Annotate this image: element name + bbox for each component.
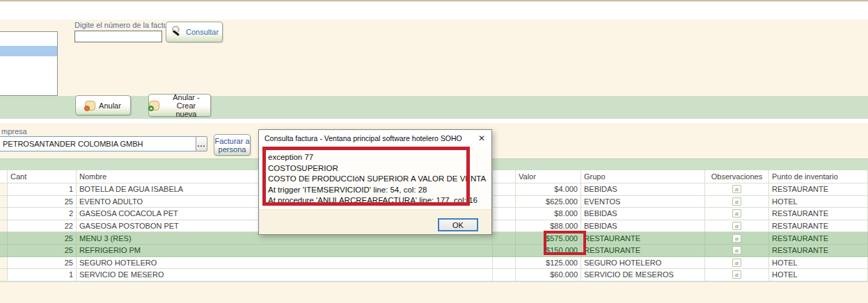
cell-cant: 25 [8, 245, 77, 257]
cell-nombre: REFRIGERIO PM [77, 245, 493, 257]
cell-valor: $625.000 [516, 196, 581, 208]
facturar-button-label: Facturar a persona [214, 137, 249, 154]
cell-sel [0, 269, 8, 281]
cell-grupo: RESTAURANTE [581, 232, 705, 245]
observaciones-cell[interactable]: a [705, 257, 769, 270]
cell-grupo: RESTAURANTE [581, 245, 705, 257]
note-icon[interactable]: a [732, 209, 741, 218]
cell-punto: HOTEL [769, 269, 868, 281]
cell-grupo: BEBIDAS [581, 208, 705, 220]
note-icon[interactable]: a [732, 234, 741, 243]
observaciones-cell[interactable]: a [705, 208, 769, 220]
cell-sel [0, 183, 8, 196]
empresa-input[interactable] [0, 136, 197, 152]
cell-mid [493, 245, 516, 257]
cell-grupo: EVENTOS [581, 196, 705, 208]
cell-nombre: SEGURO HOTELERO [77, 257, 493, 270]
cell-cant: 22 [8, 220, 77, 233]
cell-grupo: BEBIDAS [581, 183, 705, 196]
invoice-number-label: Digite el número de la factura [74, 21, 175, 29]
cell-cant: 1 [8, 183, 77, 196]
selected-list-row[interactable] [0, 46, 57, 56]
note-icon[interactable]: a [732, 185, 741, 193]
cell-nombre: SERVICIO DE MESERO [77, 269, 493, 281]
header-grupo[interactable]: Grupo [581, 170, 705, 183]
note-icon[interactable]: a [732, 197, 741, 206]
observaciones-cell[interactable]: a [705, 183, 769, 196]
observaciones-cell[interactable]: a [705, 196, 769, 208]
cell-cant: 2 [8, 208, 77, 220]
cell-sel [0, 220, 8, 233]
cell-punto: RESTAURANTE [769, 245, 868, 257]
cell-sel [0, 257, 8, 270]
cell-cant: 25 [8, 196, 77, 208]
cell-sel [0, 208, 8, 220]
cell-mid [493, 269, 516, 281]
cell-punto: HOTEL [769, 257, 868, 270]
cell-grupo: SERVICIO DE MESEROS [581, 269, 705, 281]
header-cant[interactable]: Cant [8, 170, 77, 183]
invoice-list[interactable] [0, 31, 58, 96]
cell-valor: $60.000 [516, 269, 581, 281]
cell-valor: $125.000 [516, 257, 581, 270]
dialog-title: Consulta factura - Ventana principal sof… [259, 134, 472, 142]
cell-sel [0, 245, 8, 257]
cell-mid [493, 220, 516, 233]
cell-mid [493, 257, 516, 270]
table-row[interactable]: 25SEGURO HOTELERO$125.000SEGURO HOTELERO… [0, 257, 868, 270]
cell-mid [493, 232, 516, 245]
annotation-box-valor-cells [544, 231, 586, 255]
close-icon[interactable]: ✕ [472, 130, 491, 147]
invoice-number-input[interactable] [74, 31, 162, 42]
cell-punto: RESTAURANTE [769, 208, 868, 220]
header-spacer [493, 170, 516, 183]
cell-mid [493, 183, 516, 196]
anular-icon [85, 101, 95, 110]
note-icon[interactable]: a [732, 270, 741, 279]
note-icon[interactable]: a [732, 259, 741, 267]
observaciones-cell[interactable]: a [705, 269, 769, 281]
header-selector [0, 170, 8, 183]
anular-crear-icon: + [149, 101, 159, 110]
cell-punto: RESTAURANTE [769, 183, 868, 196]
top-toolbar-strip [0, 1, 868, 19]
header-punto-inventario[interactable]: Punto de inventario [769, 170, 868, 183]
note-icon[interactable]: a [732, 246, 741, 254]
cell-mid [493, 196, 516, 208]
ok-button[interactable]: OK [438, 218, 478, 231]
cell-grupo: BEBIDAS [581, 220, 705, 233]
cell-grupo: SEGURO HOTELERO [581, 257, 705, 270]
anular-crear-button-label: Anular - Crear nueva [162, 93, 210, 118]
cell-punto: HOTEL [769, 196, 868, 208]
annotation-box-dialog-text [262, 147, 470, 206]
observaciones-cell[interactable]: a [705, 232, 769, 245]
consultar-button-label: Consultar [186, 28, 219, 36]
anular-button[interactable]: Anular [75, 95, 131, 115]
cell-sel [0, 196, 8, 208]
empresa-label: mpresa [1, 127, 27, 136]
cell-cant: 1 [8, 269, 77, 281]
table-row[interactable]: 1SERVICIO DE MESERO$60.000SERVICIO DE ME… [0, 269, 868, 281]
cell-cant: 25 [8, 257, 77, 270]
facturar-a-persona-button[interactable]: Facturar a persona [214, 134, 251, 156]
dialog-titlebar[interactable]: Consulta factura - Ventana principal sof… [259, 130, 491, 147]
header-observaciones[interactable]: Observaciones [705, 170, 769, 183]
cell-sel [0, 232, 8, 245]
cell-punto: RESTAURANTE [769, 220, 868, 233]
cell-valor: $8.000 [516, 208, 581, 220]
anular-button-label: Anular [99, 101, 121, 110]
header-valor[interactable]: Valor [516, 170, 581, 183]
consultar-button[interactable]: Consultar [166, 22, 223, 42]
magnifier-icon [171, 26, 183, 38]
cell-cant: 25 [8, 232, 77, 245]
table-row[interactable]: 25REFRIGERIO PM$150.000RESTAURANTEaRESTA… [0, 245, 868, 257]
note-icon[interactable]: a [732, 222, 741, 230]
observaciones-cell[interactable]: a [705, 220, 769, 233]
cell-mid [493, 208, 516, 220]
divider-strip [0, 119, 868, 123]
cell-punto: RESTAURANTE [769, 232, 868, 245]
browse-ellipsis-button[interactable]: ... [196, 136, 207, 152]
cell-valor: $4.000 [516, 183, 581, 196]
observaciones-cell[interactable]: a [705, 245, 769, 257]
anular-crear-nueva-button[interactable]: + Anular - Crear nueva [148, 94, 211, 117]
